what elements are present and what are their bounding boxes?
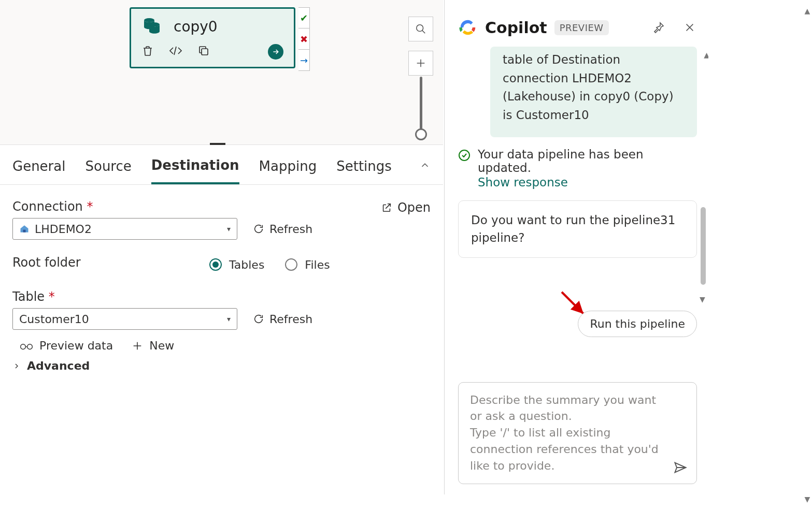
refresh-icon: [253, 223, 264, 235]
svg-point-3: [417, 25, 423, 32]
canvas-search-button[interactable]: [408, 17, 433, 41]
copilot-assistant-message-text: table of Destination connection LHDEMO2 …: [503, 53, 674, 122]
scroll-down-arrow-icon[interactable]: ▼: [803, 494, 812, 504]
send-icon: [673, 460, 688, 475]
activity-title: copy0: [174, 18, 218, 35]
root-folder-tables-option[interactable]: Tables: [209, 258, 264, 271]
refresh-icon: [253, 313, 264, 325]
glasses-icon: [20, 341, 33, 351]
pin-button[interactable]: [651, 20, 666, 35]
connection-value: LHDEMO2: [35, 223, 92, 236]
show-response-link[interactable]: Show response: [478, 176, 697, 189]
copilot-input[interactable]: Describe the summary you want or ask a q…: [458, 382, 697, 484]
connection-select[interactable]: LHDEMO2 ▾: [12, 218, 237, 240]
run-activity-icon[interactable]: [268, 44, 283, 60]
collapse-panel-icon[interactable]: [419, 159, 431, 173]
table-label: Table: [12, 289, 45, 304]
svg-point-4: [21, 344, 26, 349]
radio-unselected-icon: [285, 258, 297, 271]
copilot-prompt-card: Do you want to run the pipeline31 pipeli…: [458, 200, 697, 258]
lakehouse-icon: [19, 224, 30, 234]
activity-card-copy0[interactable]: copy0: [130, 7, 295, 68]
scrollbar-thumb[interactable]: [701, 207, 706, 285]
zoom-slider-thumb[interactable]: [415, 128, 427, 140]
required-asterisk: *: [49, 289, 55, 304]
preview-data-label: Preview data: [39, 339, 113, 352]
tab-destination[interactable]: Destination: [151, 157, 239, 184]
property-tabs: General Source Destination Mapping Setti…: [0, 145, 443, 185]
advanced-toggle[interactable]: Advanced: [12, 359, 431, 372]
chevron-down-icon: ▾: [227, 315, 231, 323]
tab-general[interactable]: General: [12, 158, 65, 183]
tab-settings[interactable]: Settings: [336, 158, 392, 183]
preview-data-button[interactable]: Preview data: [20, 339, 113, 352]
code-icon[interactable]: [168, 45, 183, 59]
refresh-label: Refresh: [269, 313, 312, 326]
plus-icon: [132, 340, 143, 352]
required-asterisk: *: [87, 199, 93, 214]
run-pipeline-button[interactable]: Run this pipeline: [578, 311, 697, 337]
connection-label: Connection: [12, 199, 83, 214]
new-button[interactable]: New: [132, 339, 174, 352]
root-folder-label: Root folder: [12, 255, 194, 270]
pin-icon: [652, 21, 665, 34]
table-value: Customer10: [19, 313, 89, 326]
root-folder-files-label: Files: [305, 258, 330, 271]
window-scrollbar[interactable]: ▲ ▼: [803, 6, 812, 504]
copilot-title: Copilot: [485, 19, 547, 37]
table-refresh-button[interactable]: Refresh: [253, 313, 312, 326]
root-folder-radio-group: Tables Files: [209, 258, 330, 271]
property-panel: General Source Destination Mapping Setti…: [0, 145, 443, 387]
copilot-assistant-message: table of Destination connection LHDEMO2 …: [490, 47, 697, 137]
advanced-label: Advanced: [27, 359, 90, 372]
preview-badge: PREVIEW: [554, 20, 609, 35]
connection-refresh-button[interactable]: Refresh: [253, 223, 312, 236]
open-label: Open: [397, 200, 431, 215]
root-folder-files-option[interactable]: Files: [285, 258, 330, 271]
svg-rect-2: [202, 49, 208, 55]
close-icon: [684, 22, 695, 33]
tab-mapping[interactable]: Mapping: [259, 158, 317, 183]
copilot-panel: Copilot PREVIEW ▲ table of Destination c…: [444, 0, 708, 494]
radio-selected-icon: [209, 258, 222, 271]
run-pipeline-label: Run this pipeline: [590, 317, 685, 330]
tab-source[interactable]: Source: [85, 158, 131, 183]
status-text: Your data pipeline has been updated.: [478, 148, 697, 174]
copilot-prompt-text: Do you want to run the pipeline31 pipeli…: [471, 213, 675, 245]
pipeline-canvas[interactable]: copy0 ✔ ✖ →: [0, 0, 443, 145]
send-button[interactable]: [672, 459, 689, 476]
svg-point-1: [149, 22, 160, 26]
svg-point-5: [27, 344, 33, 349]
chevron-right-icon: [12, 362, 21, 370]
copy-activity-icon: [141, 15, 162, 38]
scroll-up-arrow-icon[interactable]: ▲: [803, 6, 812, 16]
skip-port[interactable]: →: [298, 50, 310, 71]
svg-point-6: [459, 150, 469, 161]
scroll-down-indicator-icon: ▼: [700, 295, 705, 303]
refresh-label: Refresh: [269, 223, 312, 236]
open-external-icon: [381, 202, 392, 213]
svg-point-0: [144, 18, 154, 22]
connection-open-button[interactable]: Open: [381, 200, 431, 215]
zoom-slider-track[interactable]: [420, 77, 422, 134]
close-button[interactable]: [682, 20, 697, 35]
activity-ports: ✔ ✖ →: [298, 7, 310, 71]
success-port[interactable]: ✔: [298, 7, 310, 28]
copilot-input-placeholder: Describe the summary you want or ask a q…: [470, 392, 666, 474]
table-select[interactable]: Customer10 ▾: [12, 308, 237, 330]
new-label: New: [149, 339, 174, 352]
chevron-down-icon: ▾: [227, 225, 231, 233]
success-check-icon: [458, 149, 471, 164]
copilot-logo-icon: [458, 18, 478, 37]
copy-icon[interactable]: [197, 45, 210, 59]
delete-icon[interactable]: [141, 45, 154, 59]
root-folder-tables-label: Tables: [229, 258, 264, 271]
canvas-zoom-in-button[interactable]: [408, 51, 433, 76]
copilot-scrollbar[interactable]: ▼: [701, 57, 707, 326]
fail-port[interactable]: ✖: [298, 28, 310, 50]
